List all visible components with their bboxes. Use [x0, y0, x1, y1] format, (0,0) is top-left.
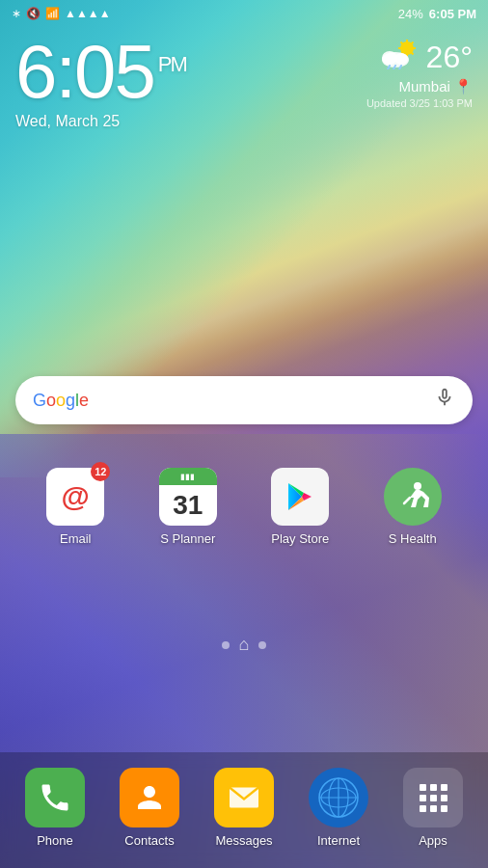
- svg-line-20: [404, 498, 410, 503]
- svg-marker-15: [288, 483, 302, 510]
- contacts-icon: [132, 780, 167, 815]
- apps-grid-icon: [420, 784, 447, 812]
- phone-label: Phone: [37, 833, 73, 848]
- weather-updated: Updated 3/25 1:03 PM: [366, 97, 473, 109]
- playstore-label: Play Store: [271, 531, 329, 546]
- email-badge: 12: [91, 462, 110, 481]
- app-splanner[interactable]: ▮▮▮ 31 S Planner: [159, 468, 217, 546]
- app-email[interactable]: @ 12 Email: [46, 468, 104, 546]
- clock-time: 6:05: [15, 29, 154, 114]
- bluetooth-icon: ∗: [12, 7, 21, 20]
- battery-level: 24%: [398, 7, 423, 21]
- google-logo: Google: [33, 391, 434, 411]
- status-bar: ∗ 🔇 📶 ▲▲▲▲ 24% 6:05 PM: [0, 0, 488, 27]
- status-time: 6:05 PM: [429, 7, 476, 21]
- internet-label: Internet: [317, 833, 360, 848]
- dock-internet[interactable]: Internet: [309, 768, 368, 848]
- mute-icon: 🔇: [26, 7, 41, 20]
- internet-icon: [317, 776, 360, 819]
- app-shealth[interactable]: S Health: [384, 468, 442, 546]
- email-icon: @: [62, 480, 90, 513]
- svg-line-5: [400, 42, 402, 44]
- shealth-icon: [394, 478, 431, 515]
- messages-icon: [227, 780, 261, 815]
- svg-point-11: [394, 53, 408, 65]
- phone-icon: [38, 780, 72, 815]
- splanner-month-bar: ▮▮▮: [159, 468, 217, 485]
- search-bar[interactable]: Google: [15, 376, 473, 424]
- weather-widget[interactable]: 26° Mumbai 📍 Updated 3/25 1:03 PM: [366, 39, 473, 109]
- signal-icon: ▲▲▲▲: [65, 7, 111, 20]
- svg-line-7: [411, 42, 413, 44]
- page-dot-2[interactable]: [258, 641, 266, 649]
- page-indicators: ⌂: [0, 635, 488, 655]
- dock-apps[interactable]: Apps: [403, 768, 463, 848]
- clock-period: PM: [158, 52, 186, 76]
- playstore-icon: [283, 479, 317, 514]
- svg-point-19: [414, 482, 421, 490]
- apps-label: Apps: [419, 833, 447, 848]
- splanner-day: 31: [159, 485, 217, 526]
- shealth-label: S Health: [389, 531, 437, 546]
- status-left-icons: ∗ 🔇 📶 ▲▲▲▲: [12, 7, 111, 20]
- weather-city: Mumbai 📍: [366, 78, 473, 95]
- wallpaper: [0, 0, 488, 868]
- weather-condition-icon: [380, 39, 419, 76]
- dock: Phone Contacts Messages: [0, 752, 488, 868]
- messages-label: Messages: [215, 833, 272, 848]
- home-indicator[interactable]: ⌂: [239, 635, 250, 655]
- dock-messages[interactable]: Messages: [214, 768, 274, 848]
- splanner-label: S Planner: [160, 531, 215, 546]
- location-pin-icon: 📍: [454, 78, 473, 95]
- email-label: Email: [60, 531, 92, 546]
- clock-date: Wed, March 25: [15, 113, 473, 130]
- contacts-label: Contacts: [124, 833, 174, 848]
- wifi-icon: 📶: [45, 7, 60, 20]
- dock-contacts[interactable]: Contacts: [120, 768, 179, 848]
- app-playstore[interactable]: Play Store: [271, 468, 329, 546]
- page-dot-1[interactable]: [222, 641, 230, 649]
- microphone-icon[interactable]: [434, 387, 455, 414]
- svg-marker-18: [302, 493, 312, 501]
- weather-temperature: 26°: [426, 40, 473, 75]
- svg-line-6: [411, 52, 413, 54]
- dock-phone[interactable]: Phone: [25, 768, 85, 848]
- app-row: @ 12 Email ▮▮▮ 31 S Planner: [0, 468, 488, 546]
